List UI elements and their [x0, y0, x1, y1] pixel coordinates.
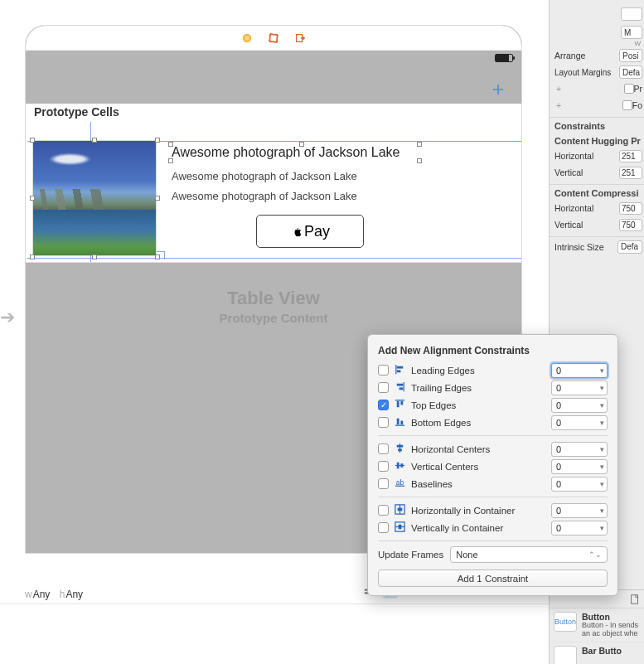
hugging-header: Content Hugging Pr	[550, 133, 644, 148]
popover-title: Add New Alignment Constraints	[378, 345, 608, 356]
align-check-vcenters[interactable]	[378, 461, 389, 472]
align-value-hcontainer[interactable]: 0▾	[551, 503, 608, 518]
svg-rect-1	[245, 36, 249, 40]
align-label-top: Top Edges	[411, 400, 546, 410]
align-label-trailing: Trailing Edges	[411, 383, 546, 393]
preserve-label: Pr	[634, 84, 643, 94]
follow-label: Fo	[632, 100, 642, 110]
intrinsic-popup[interactable]: Defa	[617, 240, 642, 254]
add-bar-button[interactable]: ＋	[488, 75, 508, 102]
align-value-baselines[interactable]: 0▾	[551, 477, 608, 492]
hugging-h-field[interactable]: 251	[619, 150, 642, 162]
add-constraints-button[interactable]: Add 1 Constraint	[378, 569, 608, 587]
prototype-cell[interactable]: Awesome photograph of Jackson Lake Aweso…	[26, 122, 521, 263]
scene-toolbar[interactable]	[26, 26, 521, 51]
library-item-desc: Button - In sends an ac object whe	[582, 622, 639, 638]
svg-rect-10	[632, 594, 638, 603]
plus-icon[interactable]: +	[554, 100, 563, 110]
cell-title-label[interactable]: Awesome photograph of Jackson Lake	[172, 145, 399, 160]
preserve-checkbox[interactable]	[624, 84, 634, 94]
navigation-bar[interactable]: ＋	[26, 67, 521, 104]
align-check-bottom[interactable]	[378, 417, 389, 428]
compress-h-field[interactable]: 750	[619, 202, 642, 215]
cell-subtitle-2[interactable]: Awesome photograph of Jackson Lake	[172, 190, 357, 202]
plus-icon[interactable]: +	[554, 84, 563, 94]
align-label-vcenters: Vertical Centers	[411, 462, 546, 472]
align-value-trailing[interactable]: 0▾	[551, 380, 608, 395]
inspector-field[interactable]: M	[621, 26, 642, 39]
align-icon-top	[394, 398, 406, 412]
align-row-bottom: Bottom Edges0▾	[378, 414, 608, 431]
align-icon-vcontainer	[394, 521, 406, 535]
align-icon-trailing	[394, 380, 406, 395]
exit-icon[interactable]	[294, 32, 306, 44]
landscape-image	[33, 141, 156, 255]
library-swatch: Button	[554, 612, 577, 632]
align-value-top[interactable]: 0▾	[551, 398, 608, 413]
align-value-vcontainer[interactable]: 0▾	[551, 521, 608, 536]
align-check-trailing[interactable]	[378, 382, 389, 393]
inspector-sublabel: W	[550, 40, 644, 47]
svg-rect-25	[398, 508, 403, 511]
align-value-leading[interactable]: 0▾	[551, 363, 608, 378]
align-value-bottom[interactable]: 0▾	[551, 415, 608, 430]
inspector-field[interactable]	[621, 7, 642, 21]
file-owner-icon[interactable]	[241, 32, 253, 44]
battery-icon	[495, 54, 513, 62]
prototype-cells-header: Prototype Cells	[26, 104, 521, 122]
svg-rect-3	[269, 33, 278, 41]
align-check-hcenters[interactable]	[378, 443, 389, 454]
svg-rect-16	[400, 401, 403, 405]
library-item-button[interactable]: Button Button Button - In sends an ac ob…	[549, 608, 644, 642]
compress-v-field[interactable]: 750	[619, 219, 642, 231]
align-check-leading[interactable]	[378, 365, 389, 376]
tableview-placeholder: Table View Prototype Content	[26, 288, 521, 325]
cell-subtitle-1[interactable]: Awesome photograph of Jackson Lake	[172, 170, 357, 182]
svg-rect-14	[399, 387, 404, 390]
svg-rect-18	[400, 421, 403, 425]
arrange-popup[interactable]: Posi	[619, 49, 642, 62]
align-row-baselines: abBaselines0▾	[378, 475, 608, 492]
update-frames-select[interactable]: None ⌃⌄	[450, 546, 608, 563]
align-row-vcontainer: Vertically in Container0▾	[378, 519, 608, 536]
update-frames-label: Update Frames	[378, 550, 443, 560]
align-check-vcontainer[interactable]	[378, 522, 389, 533]
size-class-control[interactable]: wAny hAny	[25, 589, 90, 600]
align-icon-baselines: ab	[394, 477, 406, 491]
layout-margins-popup[interactable]: Defa	[619, 65, 642, 79]
compression-header: Content Compressi	[550, 184, 644, 200]
svg-rect-22	[400, 463, 403, 468]
align-check-baselines[interactable]	[378, 478, 389, 489]
align-label-leading: Leading Edges	[411, 366, 546, 376]
align-label-hcenters: Horizontal Centers	[411, 444, 546, 454]
tableview-placeholder-title: Table View	[26, 288, 521, 309]
object-library: Button Button Button - In sends an ac ob…	[549, 589, 644, 664]
library-item-bar-button[interactable]: Bar Butto	[549, 642, 644, 664]
alignment-constraints-popover: Add New Alignment Constraints Leading Ed…	[367, 334, 618, 596]
cell-image-view[interactable]	[32, 140, 157, 256]
align-label-hcontainer: Horizontally in Container	[411, 506, 546, 516]
follow-checkbox[interactable]	[622, 100, 632, 110]
apple-logo-icon	[290, 225, 302, 238]
align-row-top: Top Edges0▾	[378, 396, 608, 414]
hugging-v-label: Vertical	[554, 167, 583, 177]
align-label-baselines: Baselines	[411, 479, 546, 489]
svg-rect-27	[399, 525, 402, 530]
svg-rect-15	[397, 401, 399, 408]
align-check-top[interactable]	[378, 400, 389, 410]
first-responder-icon[interactable]	[268, 32, 279, 44]
intrinsic-label: Intrinsic Size	[554, 242, 604, 252]
document-icon[interactable]	[629, 594, 641, 605]
align-value-hcenters[interactable]: 0▾	[551, 442, 608, 457]
align-icon-hcontainer	[394, 503, 406, 517]
align-icon-hcenters	[394, 442, 406, 456]
align-label-vcontainer: Vertically in Container	[411, 523, 546, 533]
svg-rect-20	[398, 448, 402, 451]
align-value-vcenters[interactable]: 0▾	[551, 459, 608, 474]
align-check-hcontainer[interactable]	[378, 505, 389, 516]
svg-rect-11	[397, 366, 404, 369]
tableview-placeholder-subtitle: Prototype Content	[26, 311, 521, 325]
apple-pay-button[interactable]: Pay	[256, 215, 364, 248]
hugging-v-field[interactable]: 251	[619, 167, 642, 179]
svg-rect-2	[270, 34, 278, 41]
